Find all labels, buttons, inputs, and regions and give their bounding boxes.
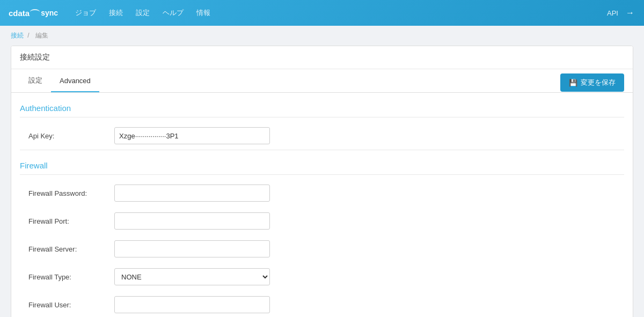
input-firewall-user[interactable]: [114, 296, 270, 313]
logo-sync: sync: [41, 9, 58, 17]
label-firewall-server: Firewall Server:: [28, 245, 114, 253]
logo-cdata: cdata: [9, 9, 30, 18]
form-group-firewall-user: Firewall User:: [28, 291, 624, 317]
nav-settings[interactable]: 設定: [136, 8, 150, 18]
logo-arc-icon: [30, 9, 40, 14]
form-group-firewall-port: Firewall Port:: [28, 207, 624, 235]
header-right: API →: [607, 8, 635, 18]
breadcrumb-current: 編集: [35, 32, 48, 39]
main-nav: ジョブ 接続 設定 ヘルプ 情報: [75, 8, 210, 18]
input-apikey[interactable]: [114, 127, 270, 144]
tab-bar: 設定 Advanced 💾 変更を保存: [11, 69, 633, 93]
breadcrumb: 接続 / 編集: [0, 26, 644, 46]
form-group-apikey: Api Key:: [28, 122, 624, 150]
logout-icon[interactable]: →: [625, 8, 635, 18]
label-firewall-password: Firewall Password:: [28, 189, 114, 197]
label-firewall-user: Firewall User:: [28, 301, 114, 309]
breadcrumb-separator: /: [27, 32, 29, 39]
input-firewall-password[interactable]: [114, 185, 270, 202]
label-firewall-type: Firewall Type:: [28, 273, 114, 281]
header: cdata sync ジョブ 接続 設定 ヘルプ 情報 API →: [0, 0, 644, 26]
nav-connections[interactable]: 接続: [109, 8, 123, 18]
nav-jobs[interactable]: ジョブ: [75, 8, 96, 18]
breadcrumb-link-connections[interactable]: 接続: [11, 32, 24, 39]
form-group-firewall-password: Firewall Password:: [28, 179, 624, 207]
api-link[interactable]: API: [607, 9, 618, 17]
card-header: 接続設定: [11, 46, 633, 69]
section-authentication-title: Authentication: [20, 104, 624, 117]
section-firewall-title: Firewall: [20, 161, 624, 175]
tab-advanced[interactable]: Advanced: [51, 70, 99, 92]
form-group-firewall-server: Firewall Server:: [28, 235, 624, 263]
input-firewall-port[interactable]: [114, 212, 270, 230]
divider-1: [20, 150, 624, 150]
input-firewall-server[interactable]: [114, 240, 270, 257]
label-firewall-port: Firewall Port:: [28, 217, 114, 225]
form-group-firewall-type: Firewall Type: NONE HTTP SOCKS4 SOCKS5: [28, 263, 624, 291]
label-apikey: Api Key:: [28, 132, 114, 140]
nav-info[interactable]: 情報: [196, 8, 210, 18]
content-card: 接続設定 設定 Advanced 💾 変更を保存 Authentication …: [11, 46, 633, 317]
save-label: 変更を保存: [581, 78, 616, 87]
tab-settings[interactable]: 設定: [20, 69, 51, 93]
form-content: Authentication Api Key: Firewall Firewal…: [11, 104, 633, 317]
card-title: 接続設定: [20, 53, 50, 61]
nav-help[interactable]: ヘルプ: [163, 8, 184, 18]
save-button[interactable]: 💾 変更を保存: [560, 73, 624, 92]
logo: cdata sync: [9, 9, 58, 18]
save-icon: 💾: [569, 79, 577, 87]
content-wrapper: 接続設定 設定 Advanced 💾 変更を保存 Authentication …: [0, 46, 644, 317]
select-firewall-type[interactable]: NONE HTTP SOCKS4 SOCKS5: [114, 268, 270, 285]
